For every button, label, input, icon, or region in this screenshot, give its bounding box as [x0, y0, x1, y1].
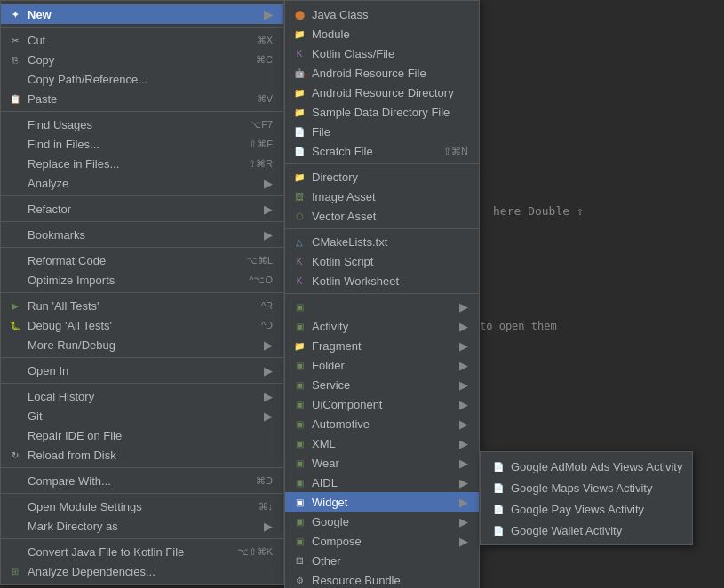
- sample-data-dir-icon: 📁: [292, 105, 306, 119]
- menu-item-local-history-label: Local History: [28, 390, 260, 403]
- menu-item-activity[interactable]: ▣ ▶: [285, 297, 479, 316]
- menu-item-pay[interactable]: 📄 Google Pay Views Activity: [481, 498, 692, 520]
- optimize-shortcut: ^⌥O: [249, 274, 273, 286]
- compose-icon: ▣: [292, 514, 306, 528]
- menu-item-refactor[interactable]: Refactor ▶: [1, 199, 283, 219]
- pay-icon: 📄: [491, 502, 505, 516]
- menu-item-google[interactable]: ▣ Widget ▶: [285, 492, 479, 512]
- menu-item-directory[interactable]: 📁 Directory: [285, 167, 479, 187]
- menu-item-open-module[interactable]: Open Module Settings ⌘↓: [1, 497, 283, 516]
- reformat-shortcut: ⌥⌘L: [246, 255, 273, 266]
- menu-item-copy[interactable]: ⎘ Copy ⌘C: [1, 50, 283, 69]
- menu-item-wear[interactable]: ▣ XML ▶: [285, 433, 479, 453]
- menu-item-editor-config-label: Resource Bundle: [312, 574, 468, 587]
- menu-item-xml[interactable]: ▣ Automotive ▶: [285, 414, 479, 433]
- menu-item-service[interactable]: ▣ Folder ▶: [285, 355, 479, 375]
- menu-item-bookmarks[interactable]: Bookmarks ▶: [1, 225, 283, 244]
- menu-item-android-res-dir[interactable]: 📁 Android Resource Directory: [285, 83, 479, 102]
- context-menu-level1: ✦ New ▶ ✂ Cut ⌘X ⎘ Copy ⌘C Copy Path/Ref…: [0, 0, 284, 585]
- menu-item-reload-disk-label: Reload from Disk: [28, 449, 273, 462]
- menu-item-copy-path[interactable]: Copy Path/Reference...: [1, 69, 283, 89]
- menu-item-open-module-label: Open Module Settings: [28, 500, 241, 513]
- menu-item-sample-data-dir[interactable]: 📁 Sample Data Directory File: [285, 102, 479, 122]
- menu-item-compare-with[interactable]: Compare With... ⌘D: [1, 471, 283, 490]
- menu-item-new[interactable]: ✦ New ▶: [1, 4, 283, 24]
- menu-item-vector-asset[interactable]: ⬡ Vector Asset: [285, 206, 479, 226]
- menu-item-fragment[interactable]: ▣ Activity ▶: [285, 316, 479, 336]
- convert-kotlin-shortcut: ⌥⇧⌘K: [237, 546, 273, 558]
- menu-item-folder[interactable]: 📁 Fragment ▶: [285, 336, 479, 355]
- find-usages-shortcut: ⌥F7: [250, 119, 273, 131]
- menu-item-file[interactable]: 📄 File: [285, 122, 479, 141]
- widget-arrow-icon: ▶: [459, 476, 468, 489]
- menu-item-find-usages[interactable]: Find Usages ⌥F7: [1, 115, 283, 134]
- scratch-file-shortcut: ⇧⌘N: [443, 146, 468, 157]
- menu-item-wallet-label: Google Wallet Activity: [511, 524, 681, 537]
- menu-item-debug-tests-label: Debug 'All Tests': [28, 319, 243, 332]
- menu-item-ui-component[interactable]: ▣ Service ▶: [285, 375, 479, 394]
- code-hint-1: here Double ⇧: [493, 204, 584, 218]
- menu-item-resource-bundle[interactable]: ⚃ Other: [285, 551, 479, 570]
- menu-item-more-run[interactable]: More Run/Debug ▶: [1, 335, 283, 354]
- menu-item-android-res-file[interactable]: 🤖 Android Resource File: [285, 63, 479, 83]
- menu-item-find-files[interactable]: Find in Files... ⇧⌘F: [1, 134, 283, 154]
- menu-item-admob[interactable]: 📄 Google AdMob Ads Views Activity: [481, 456, 692, 477]
- menu-item-wallet[interactable]: 📄 Google Wallet Activity: [481, 520, 692, 541]
- separator-4: [1, 221, 283, 222]
- menu-item-vector-asset-label: Vector Asset: [312, 210, 468, 223]
- menu-item-local-history[interactable]: Local History ▶: [1, 386, 283, 406]
- menu-item-widget[interactable]: ▣ AIDL ▶: [285, 473, 479, 492]
- separator-1: [1, 27, 283, 28]
- menu-item-admob-label: Google AdMob Ads Views Activity: [511, 460, 682, 473]
- menu-item-maps[interactable]: 📄 Google Maps Views Activity: [481, 477, 692, 498]
- menu-item-git[interactable]: Git ▶: [1, 406, 283, 425]
- menu-item-optimize[interactable]: Optimize Imports ^⌥O: [1, 270, 283, 290]
- menu-item-reformat[interactable]: Reformat Code ⌥⌘L: [1, 250, 283, 270]
- open-module-shortcut: ⌘↓: [259, 501, 274, 513]
- open-in-arrow-icon: ▶: [264, 364, 273, 377]
- menu-item-debug-tests[interactable]: 🐛 Debug 'All Tests' ^D: [1, 315, 283, 335]
- menu-item-replace-files[interactable]: Replace in Files... ⇧⌘R: [1, 154, 283, 173]
- menu-item-analyze-dep-label: Analyze Dependencies...: [28, 565, 273, 578]
- menu-item-find-files-label: Find in Files...: [28, 138, 231, 151]
- repair-ide-icon: [8, 428, 22, 442]
- menu-item-automotive[interactable]: ▣ UiComponent ▶: [285, 394, 479, 414]
- menu-item-convert-kotlin[interactable]: Convert Java File to Kotlin File ⌥⇧⌘K: [1, 542, 283, 561]
- separator-6: [1, 292, 283, 293]
- bookmarks-arrow-icon: ▶: [264, 228, 273, 242]
- menu-item-refactor-label: Refactor: [28, 203, 260, 216]
- menu-item-kotlin-script[interactable]: K Kotlin Script: [285, 251, 479, 271]
- menu-item-compose[interactable]: ▣ Google ▶: [285, 512, 479, 531]
- menu-item-more-run-label: More Run/Debug: [28, 338, 260, 352]
- menu-item-folder-label: Fragment: [312, 339, 456, 353]
- menu-item-copy-path-label: Copy Path/Reference...: [28, 73, 273, 86]
- menu-item-file-label: File: [312, 125, 468, 139]
- menu-item-module[interactable]: 📁 Module: [285, 24, 479, 44]
- menu-item-analyze[interactable]: Analyze ▶: [1, 173, 283, 193]
- menu-item-kotlin-file[interactable]: K Kotlin Class/File: [285, 44, 479, 63]
- menu-item-run-tests[interactable]: ▶ Run 'All Tests' ^R: [1, 296, 283, 315]
- menu-item-java-class[interactable]: ⬤ Java Class: [285, 4, 479, 24]
- menu-item-paste[interactable]: 📋 Paste ⌘V: [1, 89, 283, 108]
- menu-item-directory-label: Directory: [312, 171, 468, 184]
- menu-item-cut[interactable]: ✂ Cut ⌘X: [1, 30, 283, 50]
- menu-item-editor-config[interactable]: ⚙ Resource Bundle: [285, 570, 479, 588]
- menu-item-repair-ide[interactable]: Repair IDE on File: [1, 425, 283, 445]
- menu-item-reload-disk[interactable]: ↻ Reload from Disk: [1, 445, 283, 465]
- menu-item-image-asset[interactable]: 🖼 Image Asset: [285, 187, 479, 206]
- xml-icon: ▣: [292, 417, 306, 431]
- menu-item-other[interactable]: ▣ Compose ▶: [285, 531, 479, 551]
- menu-item-kotlin-worksheet[interactable]: K Kotlin Worksheet: [285, 271, 479, 290]
- menu-item-open-in[interactable]: Open In ▶: [1, 361, 283, 380]
- debug-tests-shortcut: ^D: [261, 320, 273, 330]
- google-arrow-icon: ▶: [459, 496, 468, 509]
- menu-item-aidl[interactable]: ▣ Wear ▶: [285, 453, 479, 473]
- menu-item-mark-dir[interactable]: Mark Directory as ▶: [1, 516, 283, 536]
- new-arrow-icon: ▶: [264, 8, 273, 21]
- separator-m2-1: [285, 163, 479, 164]
- menu-item-cmake[interactable]: △ CMakeLists.txt: [285, 232, 479, 251]
- menu-item-scratch-file[interactable]: 📄 Scratch File ⇧⌘N: [285, 141, 479, 161]
- activity-arrow-icon: ▶: [459, 300, 468, 314]
- menu-item-automotive-label: UiComponent: [312, 398, 456, 411]
- menu-item-analyze-dep[interactable]: ⊞ Analyze Dependencies...: [1, 561, 283, 581]
